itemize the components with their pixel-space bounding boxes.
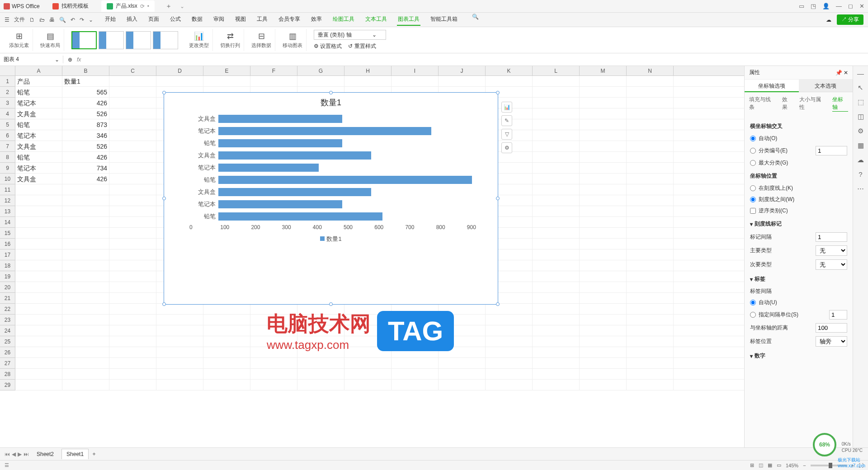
col-header[interactable]: D <box>156 66 203 75</box>
cell[interactable] <box>297 76 344 86</box>
more-tool-icon[interactable]: ⋯ <box>857 184 864 193</box>
backup-tool-icon[interactable]: ☁ <box>857 156 864 164</box>
cell[interactable] <box>533 119 580 130</box>
col-header[interactable]: I <box>392 66 439 75</box>
preview-icon[interactable]: 🔍 <box>59 17 66 23</box>
view-page-icon[interactable]: ◫ <box>759 462 763 468</box>
resize-handle[interactable] <box>496 302 500 306</box>
cell[interactable] <box>627 195 674 206</box>
radio-on-tick[interactable] <box>750 185 756 191</box>
cell[interactable] <box>627 282 674 292</box>
cell[interactable] <box>344 380 392 390</box>
sheet-first-icon[interactable]: ⏮ <box>5 451 10 457</box>
chart-style-4[interactable] <box>153 31 178 49</box>
cell[interactable] <box>109 315 156 325</box>
cell[interactable] <box>62 358 109 368</box>
section-label-title[interactable]: ▾ 标签 <box>750 275 847 283</box>
cell[interactable] <box>156 380 203 390</box>
cell[interactable]: 734 <box>62 163 109 173</box>
row-header[interactable]: 11 <box>0 184 15 195</box>
row-header[interactable]: 13 <box>0 206 15 217</box>
cell[interactable] <box>627 184 674 195</box>
tick-interval-input[interactable] <box>816 232 847 242</box>
chart-style-3[interactable] <box>126 31 151 49</box>
cell[interactable] <box>250 76 297 86</box>
row-header[interactable]: 6 <box>0 130 15 141</box>
menu-smart-toolbox[interactable]: 智能工具箱 <box>429 14 458 26</box>
cell[interactable] <box>109 304 156 314</box>
category-no-input[interactable] <box>816 146 847 155</box>
reader-icon[interactable]: ▭ <box>799 3 804 9</box>
tab-close-icon[interactable]: • <box>147 3 149 9</box>
cell[interactable]: 产品 <box>15 76 62 86</box>
cell[interactable] <box>109 217 156 227</box>
cell[interactable] <box>109 249 156 260</box>
cell[interactable] <box>486 369 533 379</box>
specify-input[interactable] <box>829 310 847 320</box>
cell[interactable] <box>156 76 203 86</box>
resize-handle[interactable] <box>496 91 500 94</box>
col-header[interactable]: K <box>486 66 533 75</box>
cell[interactable]: 526 <box>62 141 109 151</box>
cell[interactable] <box>580 369 627 379</box>
checkbox-reverse[interactable] <box>750 208 756 214</box>
cube-icon[interactable]: ◳ <box>811 3 816 9</box>
cell[interactable] <box>109 293 156 303</box>
bar-fill[interactable] <box>218 115 342 123</box>
reset-style-button[interactable]: ↺ 重置样式 <box>348 42 376 50</box>
cell[interactable] <box>62 184 109 195</box>
share-button[interactable]: ↗ 分享 <box>837 14 863 25</box>
help-tool-icon[interactable]: ? <box>859 170 862 178</box>
chart-settings-button[interactable]: ⚙ <box>501 142 512 153</box>
cell[interactable] <box>533 271 580 282</box>
cell[interactable] <box>580 347 627 357</box>
cell[interactable] <box>533 293 580 303</box>
cell[interactable] <box>580 152 627 162</box>
subtab-fill[interactable]: 填充与线条 <box>749 96 776 112</box>
cell[interactable] <box>627 76 674 86</box>
cell[interactable] <box>15 304 62 314</box>
name-box[interactable]: 图表 4⌄ <box>0 56 63 63</box>
cell[interactable] <box>250 380 297 390</box>
cell[interactable] <box>627 239 674 249</box>
zoom-out-button[interactable]: − <box>803 463 806 468</box>
cell[interactable] <box>15 206 62 216</box>
cell[interactable] <box>62 293 109 303</box>
style-tool-icon[interactable]: ◫ <box>858 113 864 121</box>
cell[interactable] <box>580 195 627 206</box>
cell[interactable] <box>15 347 62 357</box>
radio-auto[interactable] <box>750 136 756 141</box>
settings-tool-icon[interactable]: ⬚ <box>858 98 864 106</box>
cell[interactable] <box>109 87 156 97</box>
cell[interactable] <box>109 130 156 141</box>
resize-handle[interactable] <box>162 302 166 306</box>
cell[interactable] <box>62 206 109 216</box>
row-header[interactable]: 9 <box>0 163 15 174</box>
cell[interactable]: 873 <box>62 119 109 130</box>
new-icon[interactable]: 🗋 <box>29 17 35 23</box>
cell[interactable] <box>109 369 156 379</box>
cell[interactable] <box>203 347 250 357</box>
row-header[interactable]: 21 <box>0 293 15 304</box>
redo-icon[interactable]: ↷ <box>80 17 84 23</box>
cell[interactable] <box>627 358 674 368</box>
cell[interactable] <box>439 76 486 86</box>
row-header[interactable]: 4 <box>0 108 15 119</box>
cell[interactable] <box>109 358 156 368</box>
cell[interactable] <box>109 141 156 151</box>
cell[interactable] <box>533 369 580 379</box>
set-format-button[interactable]: ⚙ 设置格式 <box>314 42 342 50</box>
bar-fill[interactable] <box>218 151 371 160</box>
row-header[interactable]: 16 <box>0 239 15 249</box>
cell[interactable]: 426 <box>62 152 109 162</box>
cell[interactable] <box>533 315 580 325</box>
cell[interactable] <box>109 380 156 390</box>
cell[interactable] <box>627 174 674 184</box>
cell[interactable] <box>533 76 580 86</box>
select-tool-icon[interactable]: ↖ <box>858 84 863 92</box>
bar-fill[interactable] <box>218 188 371 196</box>
close-panel-icon[interactable]: ✕ <box>844 70 848 76</box>
view-normal-icon[interactable]: ⊞ <box>750 462 754 468</box>
maximize-button[interactable]: ◻ <box>848 3 853 9</box>
cell[interactable]: 数量1 <box>62 76 109 86</box>
